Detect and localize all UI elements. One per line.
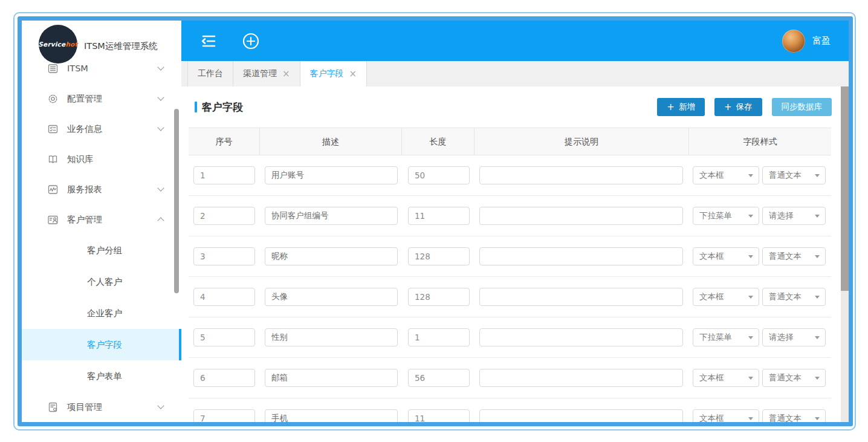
content-scrollbar-thumb[interactable] xyxy=(841,86,849,291)
content-scrollbar-track[interactable] xyxy=(841,86,849,422)
column-header: 字段样式 xyxy=(689,128,831,155)
page-header: 客户字段 + 新增 + 保存 同步数据库 xyxy=(181,86,849,128)
hint-input[interactable] xyxy=(479,409,683,422)
seq-input[interactable] xyxy=(193,288,255,306)
style-cell: 文本框 普通文本 xyxy=(689,369,831,387)
style-cell: 文本框 普通文本 xyxy=(689,288,831,306)
length-input[interactable] xyxy=(408,328,470,346)
tab-close-icon[interactable]: × xyxy=(282,70,290,79)
length-input[interactable] xyxy=(408,369,470,387)
chevron-icon xyxy=(157,184,164,191)
username[interactable]: 富盈 xyxy=(812,35,831,47)
sidebar-item-itsm[interactable]: ITSM xyxy=(22,53,181,83)
project-icon xyxy=(47,401,59,413)
style-cell: 文本框 普通文本 xyxy=(689,409,831,422)
desc-cell xyxy=(260,409,402,422)
field-subtype-select[interactable]: 普通文本 xyxy=(762,409,826,422)
length-input[interactable] xyxy=(408,247,470,265)
sidebar-item-project-mgmt[interactable]: 项目管理 xyxy=(22,392,181,422)
tab-workbench[interactable]: 工作台 xyxy=(187,61,233,86)
sync-db-button[interactable]: 同步数据库 xyxy=(772,98,832,116)
hint-input[interactable] xyxy=(479,166,683,184)
sidebar-item-label: 配置管理 xyxy=(67,93,102,105)
length-cell xyxy=(402,207,474,225)
plus-icon: + xyxy=(667,103,675,112)
sidebar-item-customer-forms[interactable]: 客户表单 xyxy=(22,360,181,392)
sidebar-item-business-info[interactable]: 业务信息 xyxy=(22,114,181,144)
seq-cell xyxy=(189,207,260,225)
hint-input[interactable] xyxy=(479,247,683,265)
caret-down-icon xyxy=(748,377,753,380)
field-style-select[interactable]: 文本框 xyxy=(693,288,759,306)
sidebar-item-enterprise-customers[interactable]: 企业客户 xyxy=(22,297,181,329)
length-cell xyxy=(402,369,474,387)
add-tab-icon[interactable] xyxy=(242,32,260,50)
save-button[interactable]: + 保存 xyxy=(714,98,762,116)
seq-input[interactable] xyxy=(193,369,255,387)
field-style-select[interactable]: 文本框 xyxy=(693,166,759,184)
desc-input[interactable] xyxy=(265,328,398,346)
caret-down-icon xyxy=(815,296,820,299)
sidebar-scrollbar-thumb[interactable] xyxy=(174,109,179,293)
desc-input[interactable] xyxy=(265,247,398,265)
field-subtype-select[interactable]: 请选择 xyxy=(762,328,826,346)
tab-customer-fields[interactable]: 客户字段 × xyxy=(300,61,368,86)
page-title: 客户字段 xyxy=(202,100,243,114)
sidebar-item-customer-mgmt[interactable]: 客户管理 xyxy=(22,204,181,235)
sidebar-item-customer-groups[interactable]: 客户分组 xyxy=(22,235,181,266)
desc-input[interactable] xyxy=(265,409,398,422)
seq-input[interactable] xyxy=(193,247,255,265)
desc-input[interactable] xyxy=(265,207,398,225)
desc-input[interactable] xyxy=(265,166,398,184)
seq-input[interactable] xyxy=(193,328,255,346)
sidebar-item-config-mgmt[interactable]: 配置管理 xyxy=(22,83,181,114)
length-cell xyxy=(402,328,474,346)
hint-cell xyxy=(474,207,689,225)
hint-cell xyxy=(474,409,689,422)
field-subtype-select[interactable]: 普通文本 xyxy=(762,369,826,387)
logo-text: Servicehot xyxy=(38,41,77,48)
hint-input[interactable] xyxy=(479,288,683,306)
hint-input[interactable] xyxy=(479,207,683,225)
table-header-row: 序号描述长度提示说明字段样式 xyxy=(189,128,831,155)
sidebar-item-service-reports[interactable]: 服务报表 xyxy=(22,174,181,204)
field-subtype-select[interactable]: 请选择 xyxy=(762,207,826,225)
table-body: 文本框 普通文本 下拉菜单 请选择 文本框 普通文本 文本框 普通文本 xyxy=(189,155,831,422)
seq-input[interactable] xyxy=(193,409,255,422)
length-cell xyxy=(402,166,474,184)
sidebar-item-personal-customers[interactable]: 个人客户 xyxy=(22,266,181,297)
hint-input[interactable] xyxy=(479,369,683,387)
hint-input[interactable] xyxy=(479,328,683,346)
field-style-select[interactable]: 文本框 xyxy=(693,369,759,387)
length-input[interactable] xyxy=(408,207,470,225)
field-style-select[interactable]: 下拉菜单 xyxy=(693,207,759,225)
length-input[interactable] xyxy=(408,288,470,306)
sidebar-item-customer-fields[interactable]: 客户字段 xyxy=(22,329,181,360)
length-input[interactable] xyxy=(408,166,470,184)
tab-close-icon[interactable]: × xyxy=(349,70,357,79)
seq-input[interactable] xyxy=(193,207,255,225)
length-cell xyxy=(402,409,474,422)
desc-input[interactable] xyxy=(265,369,398,387)
field-subtype-select[interactable]: 普通文本 xyxy=(762,247,826,265)
length-input[interactable] xyxy=(408,409,470,422)
caret-down-icon xyxy=(815,215,820,218)
caret-down-icon xyxy=(815,377,820,380)
tab-channel-mgmt[interactable]: 渠道管理 × xyxy=(233,61,300,86)
sidebar-item-label: 服务报表 xyxy=(67,184,102,195)
user-avatar[interactable] xyxy=(782,30,805,53)
collapse-sidebar-icon[interactable] xyxy=(199,33,218,49)
caret-down-icon xyxy=(748,296,753,299)
table-row: 下拉菜单 请选择 xyxy=(189,317,831,358)
field-subtype-select[interactable]: 普通文本 xyxy=(762,288,826,306)
seq-input[interactable] xyxy=(193,166,255,184)
field-style-select[interactable]: 文本框 xyxy=(693,409,759,422)
form-icon xyxy=(47,123,59,135)
field-style-select[interactable]: 文本框 xyxy=(693,247,759,265)
field-style-select[interactable]: 下拉菜单 xyxy=(693,328,759,346)
sidebar-item-knowledge-base[interactable]: 知识库 xyxy=(22,144,181,174)
caret-down-icon xyxy=(748,336,753,339)
field-subtype-select[interactable]: 普通文本 xyxy=(762,166,826,184)
desc-input[interactable] xyxy=(265,288,398,306)
add-button[interactable]: + 新增 xyxy=(657,98,705,116)
